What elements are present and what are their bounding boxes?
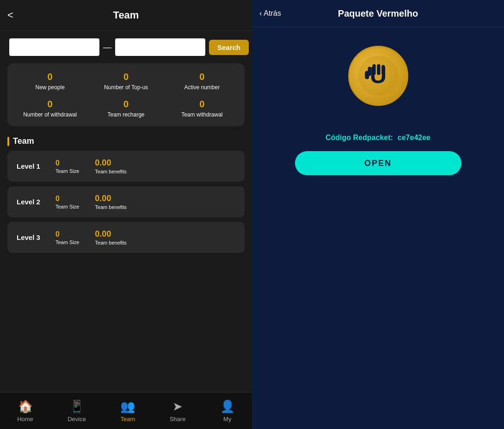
left-title: Team	[113, 9, 139, 21]
bottom-nav: 🏠 Home 📱 Device 👥 Team ➤ Share 👤 My	[0, 392, 252, 429]
device-icon: 📱	[69, 399, 84, 414]
level-benefits-0: 0.00 Team benefits	[95, 158, 126, 174]
stat-item-4: 0 Team recharge	[88, 99, 164, 118]
stat-label-0: New people	[35, 84, 64, 91]
redpacket-info: Código Redpacket: ce7e42ee	[326, 134, 430, 142]
team-section-title: Team	[13, 136, 34, 146]
stat-label-2: Active number	[184, 84, 220, 91]
share-icon: ➤	[172, 399, 183, 414]
level-benefits-label-2: Team benefits	[95, 240, 126, 245]
nav-item-team[interactable]: 👥 Team	[120, 399, 135, 423]
nav-label-0: Home	[17, 416, 33, 423]
stat-label-5: Team withdrawal	[181, 111, 222, 118]
logo-circle: U	[348, 46, 408, 106]
level-card-2[interactable]: Level 3 0 Team Size 0.00 Team benefits	[7, 222, 245, 253]
level-benefits-2: 0.00 Team benefits	[95, 229, 126, 245]
redpacket-label: Código Redpacket:	[326, 134, 393, 142]
level-size-2: 0 Team Size	[55, 230, 79, 245]
svg-rect-6	[365, 71, 369, 79]
team-icon: 👥	[120, 399, 135, 414]
level-name-2: Level 3	[17, 233, 44, 241]
stat-value-0: 0	[48, 72, 53, 82]
stat-value-1: 0	[123, 72, 129, 82]
nav-item-device[interactable]: 📱 Device	[68, 399, 86, 423]
level-benefits-1: 0.00 Team benefits	[95, 194, 126, 210]
nav-label-3: Share	[170, 416, 186, 423]
search-button[interactable]: Search	[209, 40, 249, 55]
right-title: Paquete Vermelho	[338, 8, 418, 19]
svg-rect-4	[377, 64, 380, 75]
stat-label-4: Team recharge	[107, 111, 144, 118]
level-size-label-0: Team Size	[55, 168, 79, 174]
stat-label-3: Number of withdrawal	[23, 111, 77, 118]
team-section: Team	[0, 134, 252, 151]
nav-label-1: Device	[68, 416, 86, 423]
right-back-label: Atrás	[264, 9, 281, 18]
stat-value-4: 0	[123, 99, 129, 110]
search-bar: — Search	[0, 31, 252, 63]
level-size-label-2: Team Size	[55, 239, 79, 245]
svg-rect-3	[372, 64, 375, 75]
level-card-1[interactable]: Level 2 0 Team Size 0.00 Team benefits	[7, 186, 245, 217]
logo-svg: U	[357, 55, 399, 97]
right-panel: ‹ Atrás Paquete Vermelho U Código Redpac…	[252, 0, 504, 429]
stat-item-2: 0 Active number	[164, 72, 240, 91]
level-name-0: Level 1	[17, 162, 44, 170]
stat-item-3: 0 Number of withdrawal	[12, 99, 88, 118]
level-benefits-value-2: 0.00	[95, 229, 111, 239]
level-name-1: Level 2	[17, 198, 44, 206]
right-back-chevron: ‹	[259, 9, 262, 18]
level-list: Level 1 0 Team Size 0.00 Team benefits L…	[0, 151, 252, 253]
my-icon: 👤	[220, 399, 235, 414]
right-header: ‹ Atrás Paquete Vermelho	[252, 0, 504, 27]
level-benefits-value-0: 0.00	[95, 158, 111, 168]
stat-value-2: 0	[199, 72, 204, 82]
stat-item-1: 0 Number of Top-us	[88, 72, 164, 91]
stat-label-1: Number of Top-us	[104, 84, 148, 91]
nav-item-my[interactable]: 👤 My	[220, 399, 235, 423]
left-panel: < Team — Search 0 New people 0 Number of…	[0, 0, 252, 429]
level-size-label-1: Team Size	[55, 204, 79, 209]
stat-value-5: 0	[199, 99, 204, 110]
level-size-1: 0 Team Size	[55, 195, 79, 209]
left-back-button[interactable]: <	[7, 9, 13, 21]
stat-item-0: 0 New people	[12, 72, 88, 91]
nav-item-home[interactable]: 🏠 Home	[17, 399, 33, 423]
nav-item-share[interactable]: ➤ Share	[170, 399, 186, 423]
dash-separator: —	[103, 43, 111, 52]
stats-card: 0 New people 0 Number of Top-us 0 Active…	[7, 63, 245, 126]
nav-label-4: My	[223, 416, 231, 423]
open-button[interactable]: OPEN	[295, 151, 461, 175]
level-benefits-label-1: Team benefits	[95, 204, 126, 210]
left-header: < Team	[0, 0, 252, 31]
team-section-bar	[7, 137, 9, 146]
svg-rect-5	[381, 65, 385, 75]
stat-value-3: 0	[48, 99, 53, 110]
redpacket-code: ce7e42ee	[398, 134, 430, 142]
level-size-0: 0 Team Size	[55, 159, 79, 174]
level-benefits-value-1: 0.00	[95, 194, 111, 203]
search-input-to[interactable]	[115, 38, 205, 56]
nav-label-2: Team	[120, 416, 135, 423]
right-back-button[interactable]: ‹ Atrás	[259, 9, 281, 18]
level-card-0[interactable]: Level 1 0 Team Size 0.00 Team benefits	[7, 151, 245, 182]
level-benefits-label-0: Team benefits	[95, 169, 126, 174]
home-icon: 🏠	[18, 399, 33, 414]
level-size-value-2: 0	[55, 230, 60, 239]
level-size-value-0: 0	[55, 159, 60, 167]
search-input-from[interactable]	[9, 38, 99, 56]
stat-item-5: 0 Team withdrawal	[164, 99, 240, 118]
level-size-value-1: 0	[55, 195, 60, 203]
